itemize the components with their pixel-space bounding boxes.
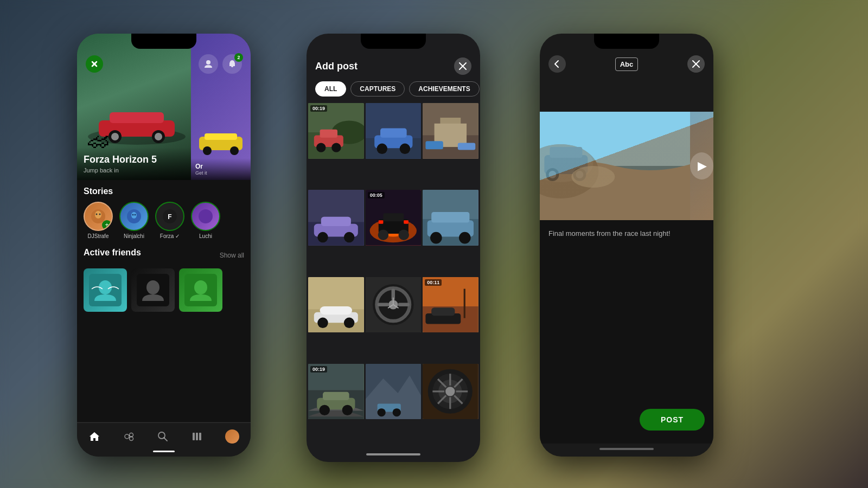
media-item-5[interactable]: 00:05 bbox=[366, 190, 422, 246]
show-all-link[interactable]: Show all bbox=[220, 252, 244, 259]
notification-btn[interactable]: 2 bbox=[222, 54, 242, 74]
svg-point-48 bbox=[316, 143, 326, 152]
svg-point-12 bbox=[93, 62, 96, 66]
friend-avatar-2[interactable] bbox=[131, 268, 175, 312]
svg-rect-53 bbox=[380, 128, 407, 137]
media-item-2[interactable] bbox=[366, 103, 422, 159]
friend-1-svg bbox=[89, 274, 122, 306]
friend-avatar-3[interactable] bbox=[179, 268, 222, 312]
small-car-svg bbox=[194, 131, 248, 158]
p3-video-container[interactable]: ▶ bbox=[540, 112, 713, 220]
thumb-img-4 bbox=[308, 190, 364, 246]
svg-point-88 bbox=[344, 317, 354, 328]
post-button[interactable]: POST bbox=[640, 409, 705, 431]
svg-point-67 bbox=[344, 232, 354, 242]
svg-point-129 bbox=[540, 144, 598, 198]
svg-rect-94 bbox=[377, 303, 389, 306]
header-icons: 2 bbox=[199, 54, 242, 74]
close-editor-icon bbox=[692, 60, 700, 68]
svg-rect-80 bbox=[432, 212, 470, 222]
text-overlay-btn[interactable]: Abc bbox=[615, 57, 639, 71]
svg-point-116 bbox=[445, 387, 455, 396]
small-hero-title: Or bbox=[195, 163, 246, 170]
svg-rect-95 bbox=[398, 303, 410, 306]
friends-row bbox=[84, 268, 244, 312]
nav-profile[interactable] bbox=[219, 427, 246, 446]
back-button[interactable] bbox=[548, 55, 566, 73]
svg-rect-38 bbox=[193, 433, 195, 440]
story-item-luchi[interactable]: Luchi bbox=[191, 202, 220, 239]
media-item-4[interactable] bbox=[308, 190, 364, 246]
hero-overlay: Forza Horizon 5 Jump back in bbox=[77, 147, 191, 180]
tab-all[interactable]: ALL bbox=[315, 81, 346, 97]
svg-point-31 bbox=[125, 434, 129, 439]
svg-point-33 bbox=[129, 437, 133, 441]
svg-rect-127 bbox=[540, 112, 690, 220]
story-avatar-luchi bbox=[191, 202, 220, 231]
media-item-8[interactable] bbox=[366, 277, 422, 333]
ninjalchi-avatar bbox=[126, 208, 142, 224]
media-item-12[interactable] bbox=[423, 364, 478, 420]
nav-library[interactable] bbox=[184, 428, 209, 445]
svg-rect-65 bbox=[321, 217, 351, 226]
car-svg bbox=[82, 104, 191, 147]
media-item-6[interactable] bbox=[423, 190, 478, 246]
add-post-title: Add post bbox=[315, 61, 358, 72]
svg-rect-75 bbox=[378, 220, 383, 223]
filter-tabs: ALL CAPTURES ACHIEVEMENTS bbox=[307, 81, 480, 103]
svg-line-34 bbox=[129, 435, 130, 436]
svg-point-19 bbox=[131, 212, 137, 219]
svg-point-15 bbox=[95, 211, 101, 219]
svg-rect-99 bbox=[464, 288, 465, 318]
story-avatar-forza: F bbox=[155, 202, 184, 231]
svg-rect-8 bbox=[205, 133, 237, 140]
p3-content: Abc bbox=[540, 34, 713, 457]
svg-point-106 bbox=[320, 404, 330, 415]
play-icon: ▶ bbox=[698, 159, 707, 173]
nav-social[interactable] bbox=[116, 428, 141, 445]
tab-achievements[interactable]: ACHIEVEMENTS bbox=[409, 81, 479, 97]
tab-captures[interactable]: CAPTURES bbox=[350, 81, 405, 97]
media-item-7[interactable] bbox=[308, 277, 364, 333]
duration-10: 00:19 bbox=[310, 366, 327, 373]
thumb-img-3 bbox=[423, 103, 478, 159]
story-item-ninjalchi[interactable]: Ninjalchi bbox=[119, 202, 149, 239]
svg-point-4 bbox=[111, 133, 119, 140]
svg-point-133 bbox=[546, 168, 559, 181]
duration-9: 00:11 bbox=[425, 279, 442, 286]
p3-header: Abc bbox=[540, 49, 713, 79]
hero-title: Forza Horizon 5 bbox=[84, 154, 184, 166]
active-friends-title: Active friends bbox=[84, 248, 141, 258]
media-item-9[interactable]: 00:11 bbox=[423, 277, 478, 333]
media-item-10[interactable]: 00:19 bbox=[308, 364, 364, 420]
friend-avatar-1[interactable] bbox=[84, 268, 127, 312]
svg-point-82 bbox=[459, 232, 471, 244]
close-button-editor[interactable] bbox=[687, 55, 705, 73]
story-item-forza[interactable]: F Forza ✓ bbox=[155, 202, 184, 239]
thumb-img-8 bbox=[366, 277, 422, 333]
post-btn-container: POST bbox=[548, 409, 705, 435]
forza-avatar: F bbox=[162, 208, 178, 224]
stories-row: + DJStrafe Ninjalchi bbox=[84, 202, 244, 239]
media-item-1[interactable]: 00:19 bbox=[308, 103, 364, 159]
profile-icon-btn[interactable] bbox=[199, 54, 218, 74]
add-story-btn[interactable]: + bbox=[102, 220, 112, 230]
post-caption[interactable]: Final moments from the race last night! bbox=[548, 229, 705, 239]
scroll-indicator bbox=[366, 453, 420, 455]
svg-point-130 bbox=[540, 144, 593, 182]
small-hero-sub: Get it bbox=[195, 170, 246, 176]
svg-point-87 bbox=[317, 317, 328, 328]
close-button[interactable] bbox=[454, 57, 471, 75]
svg-point-74 bbox=[398, 230, 409, 240]
svg-rect-2 bbox=[110, 112, 164, 123]
play-button[interactable]: ▶ bbox=[690, 152, 713, 179]
svg-point-6 bbox=[155, 133, 162, 140]
nav-home[interactable] bbox=[82, 428, 107, 445]
media-item-11[interactable] bbox=[366, 364, 422, 420]
nav-search[interactable] bbox=[150, 428, 175, 445]
svg-point-9 bbox=[203, 146, 212, 155]
hero-subtitle: Jump back in bbox=[84, 167, 184, 174]
story-item-djstrafe[interactable]: + DJStrafe bbox=[84, 202, 113, 239]
media-item-3[interactable] bbox=[423, 103, 478, 159]
svg-point-28 bbox=[146, 280, 159, 294]
